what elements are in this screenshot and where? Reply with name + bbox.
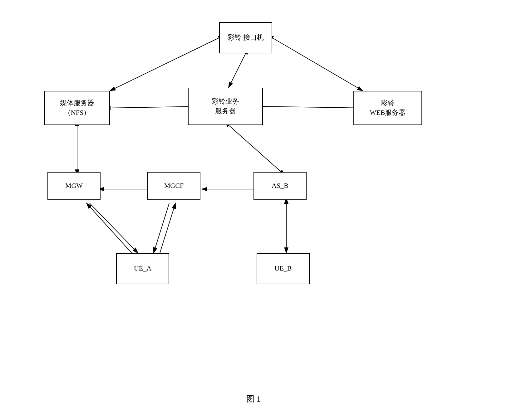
node-cailing-web: 彩铃WEB服务器: [353, 91, 422, 125]
figure-label: 图 1: [246, 393, 261, 404]
node-cailing-service: 彩铃业务服务器: [188, 88, 263, 125]
svg-line-12: [90, 203, 138, 253]
node-mgw: MGW: [47, 172, 101, 200]
node-mgcf: MGCF: [147, 172, 200, 200]
node-cailing-jiekouj: 彩铃 接口机: [219, 22, 272, 53]
svg-line-13: [154, 203, 169, 253]
svg-line-3: [229, 53, 246, 88]
svg-line-2: [110, 38, 219, 91]
node-ue-a: UE_A: [116, 253, 169, 284]
svg-line-4: [272, 38, 363, 91]
svg-line-15: [160, 203, 175, 253]
diagram: 彩铃 接口机 媒体服务器（NFS） 彩铃业务服务器 彩铃WEB服务器 MGW M…: [35, 16, 472, 390]
svg-line-14: [86, 203, 132, 253]
svg-line-8: [229, 125, 285, 175]
node-as-b: AS_B: [254, 172, 307, 200]
svg-line-5: [110, 106, 197, 108]
node-ue-b: UE_B: [257, 253, 310, 284]
node-media-server: 媒体服务器（NFS）: [44, 91, 110, 125]
svg-line-6: [260, 106, 363, 108]
arrows-svg: [35, 16, 472, 390]
